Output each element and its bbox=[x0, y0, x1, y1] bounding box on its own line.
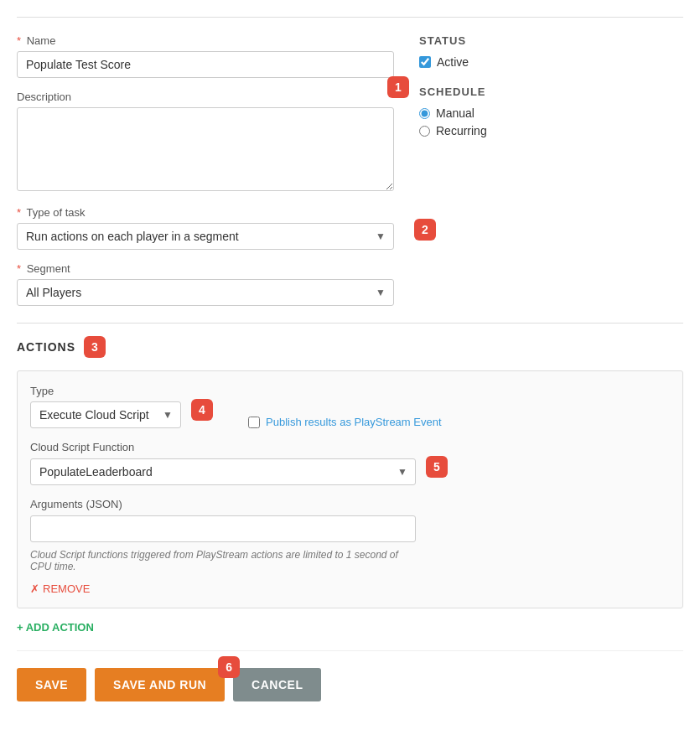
task-type-required-star: * bbox=[17, 206, 21, 219]
manual-radio[interactable] bbox=[419, 108, 430, 119]
name-required-star: * bbox=[17, 34, 21, 47]
badge-1: 1 bbox=[387, 76, 409, 98]
badge-4: 4 bbox=[191, 399, 213, 421]
badge-6: 6 bbox=[218, 656, 240, 678]
publish-checkbox[interactable] bbox=[248, 417, 260, 428]
name-label: Name bbox=[27, 34, 56, 47]
save-button[interactable]: SAVE bbox=[17, 668, 86, 701]
name-input[interactable] bbox=[17, 51, 394, 78]
schedule-title: SCHEDULE bbox=[419, 85, 683, 98]
cloud-function-select[interactable]: PopulateLeaderboard UpdatePlayerStats Se… bbox=[30, 458, 416, 485]
task-type-label: Type of task bbox=[26, 206, 85, 219]
recurring-radio[interactable] bbox=[419, 126, 430, 137]
task-type-select[interactable]: Run actions on each player in a segment … bbox=[17, 223, 394, 250]
segment-select[interactable]: All Players New Players VIP Players bbox=[17, 279, 394, 306]
recurring-label[interactable]: Recurring bbox=[436, 124, 487, 137]
bottom-buttons: SAVE SAVE AND RUN 6 CANCEL bbox=[17, 650, 683, 710]
description-textarea[interactable] bbox=[17, 107, 394, 191]
add-action-button[interactable]: + ADD ACTION bbox=[17, 621, 94, 634]
arguments-label: Arguments (JSON) bbox=[30, 498, 670, 510]
active-label[interactable]: Active bbox=[437, 55, 469, 69]
manual-label[interactable]: Manual bbox=[436, 106, 474, 120]
action-card: Type Execute Cloud Script Grant Item Gra… bbox=[17, 370, 683, 608]
cloud-function-label: Cloud Script Function bbox=[30, 441, 670, 453]
status-title: STATUS bbox=[419, 34, 683, 47]
badge-5: 5 bbox=[426, 456, 448, 478]
segment-label: Segment bbox=[27, 262, 70, 275]
remove-x-icon: ✗ bbox=[30, 582, 39, 595]
publish-label[interactable]: Publish results as PlayStream Event bbox=[266, 416, 442, 428]
segment-required-star: * bbox=[17, 262, 21, 275]
remove-label: REMOVE bbox=[43, 582, 90, 595]
publish-row: Publish results as PlayStream Event bbox=[248, 416, 442, 428]
remove-button[interactable]: ✗ REMOVE bbox=[30, 582, 90, 595]
cpu-warning: Cloud Script functions triggered from Pl… bbox=[30, 549, 416, 572]
add-action-label: + ADD ACTION bbox=[17, 621, 94, 634]
cancel-button[interactable]: CANCEL bbox=[233, 668, 321, 701]
badge-3: 3 bbox=[84, 336, 106, 358]
actions-title: ACTIONS bbox=[17, 340, 75, 354]
active-checkbox[interactable] bbox=[419, 56, 431, 68]
badge-2: 2 bbox=[414, 219, 436, 241]
save-and-run-button[interactable]: SAVE AND RUN bbox=[95, 668, 225, 701]
description-label: Description bbox=[17, 91, 394, 103]
action-type-label: Type bbox=[30, 385, 181, 397]
arguments-input[interactable] bbox=[30, 515, 416, 542]
action-type-select[interactable]: Execute Cloud Script Grant Item Grant Vi… bbox=[30, 401, 181, 428]
